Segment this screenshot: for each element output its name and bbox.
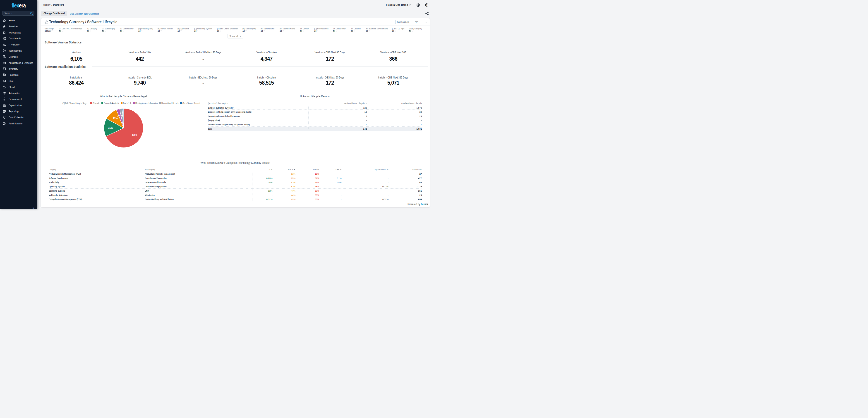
svg-text:?: ?	[426, 4, 427, 6]
